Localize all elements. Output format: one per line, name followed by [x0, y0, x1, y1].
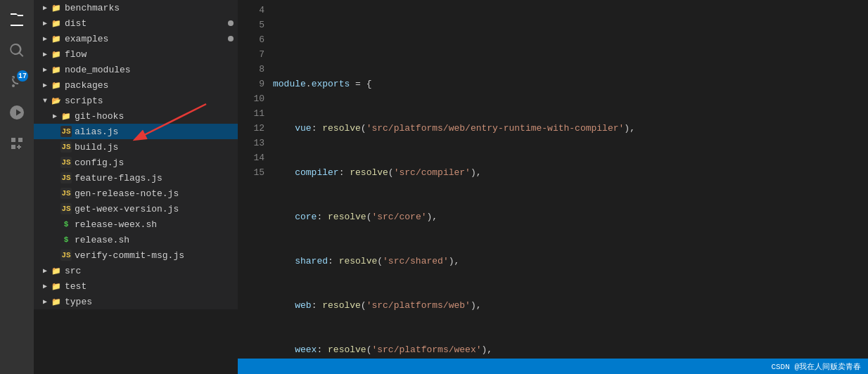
js-file-icon: JS — [60, 188, 72, 199]
sidebar-item-label: node_modules — [65, 65, 238, 75]
sidebar-item-verify-commit-msg-js[interactable]: ▶ JS verify-commit-msg.js — [34, 247, 238, 263]
sidebar-item-label: build.js — [75, 142, 238, 153]
expand-arrow: ▶ — [39, 280, 51, 292]
sidebar-item-build-js[interactable]: ▶ JS build.js — [34, 139, 238, 155]
js-file-icon: JS — [60, 141, 72, 153]
folder-icon: 📁 — [51, 33, 62, 44]
expand-arrow: ▶ — [39, 33, 51, 44]
sidebar-item-label: test — [65, 281, 238, 292]
source-control-icon[interactable]: 17 — [3, 67, 31, 96]
code-line-5: module.exports = { — [273, 77, 854, 91]
code-line-6: vue: resolve('src/platforms/web/entry-ru… — [273, 121, 854, 136]
editor: 4 5 6 7 8 9 10 11 12 13 14 15 module.exp… — [238, 0, 868, 374]
folder-icon: 📁 — [51, 49, 62, 60]
sidebar-item-label: alias.js — [75, 127, 238, 137]
folder-icon: 📁 — [51, 296, 62, 307]
code-line-9: shared: resolve('src/shared'), — [273, 254, 854, 269]
sidebar-item-scripts[interactable]: ▼ 📂 scripts — [34, 93, 238, 108]
folder-open-icon: 📂 — [51, 95, 62, 106]
sidebar-item-config-js[interactable]: ▶ JS config.js — [34, 155, 238, 170]
debug-icon[interactable] — [3, 98, 31, 127]
expand-arrow: ▶ — [49, 110, 60, 122]
code-line-11: weex: resolve('src/platforms/weex'), — [273, 342, 854, 357]
sidebar-item-label: dist — [65, 18, 228, 29]
expand-arrow: ▶ — [39, 296, 51, 307]
code-line-8: core: resolve('src/core'), — [273, 209, 854, 224]
sidebar-item-label: packages — [65, 80, 238, 91]
sidebar-item-dist[interactable]: ▶ 📁 dist — [34, 15, 238, 31]
sidebar-item-label: config.js — [75, 157, 238, 168]
code-content[interactable]: module.exports = { vue: resolve('src/pla… — [273, 3, 868, 359]
sidebar-item-types[interactable]: ▶ 📁 types — [34, 294, 238, 309]
expand-arrow: ▶ — [39, 18, 51, 29]
sidebar-item-label: git-hooks — [75, 111, 238, 122]
sidebar-item-gen-release-note-js[interactable]: ▶ JS gen-release-note.js — [34, 186, 238, 201]
expand-arrow: ▶ — [39, 64, 51, 75]
sidebar-item-label: release.sh — [75, 235, 238, 245]
sidebar-item-release-sh[interactable]: ▶ $ release.sh — [34, 232, 238, 247]
sidebar-item-label: examples — [65, 34, 228, 44]
sidebar-item-label: flow — [65, 49, 238, 60]
sidebar-item-release-weex-sh[interactable]: ▶ $ release-weex.sh — [34, 217, 238, 232]
sidebar-item-label: src — [65, 266, 238, 276]
modified-dot — [228, 36, 234, 41]
extensions-icon[interactable] — [3, 129, 31, 157]
status-text: CSDN @我在人间贩卖青春 — [771, 361, 861, 372]
expand-arrow: ▶ — [39, 49, 51, 60]
folder-icon: 📁 — [51, 2, 62, 13]
sidebar-item-benchmarks[interactable]: ▶ 📁 benchmarks — [34, 0, 238, 15]
sidebar-item-feature-flags-js[interactable]: ▶ JS feature-flags.js — [34, 170, 238, 186]
folder-icon: 📁 — [51, 79, 62, 91]
sidebar-item-label: get-weex-version.js — [75, 204, 238, 214]
expand-arrow: ▶ — [39, 265, 51, 276]
code-line-4 — [273, 32, 854, 47]
sidebar-item-label: types — [65, 297, 238, 307]
sidebar-item-examples[interactable]: ▶ 📁 examples — [34, 31, 238, 46]
folder-icon: 📁 — [60, 110, 72, 122]
sidebar-item-src[interactable]: ▶ 📁 src — [34, 263, 238, 278]
sidebar-wrapper: ▶ 📁 benchmarks ▶ 📁 dist ▶ 📁 examples ▶ 📁… — [34, 0, 238, 374]
expand-arrow: ▼ — [39, 95, 51, 106]
sidebar-item-label: feature-flags.js — [75, 173, 238, 183]
js-file-icon: JS — [60, 250, 72, 261]
sidebar-item-test[interactable]: ▶ 📁 test — [34, 278, 238, 294]
sidebar: ▶ 📁 benchmarks ▶ 📁 dist ▶ 📁 examples ▶ 📁… — [34, 0, 238, 309]
search-icon[interactable] — [3, 37, 31, 65]
files-icon[interactable] — [3, 6, 31, 34]
sidebar-item-label: verify-commit-msg.js — [75, 250, 238, 261]
shell-file-icon: $ — [60, 234, 72, 245]
folder-icon: 📁 — [51, 18, 62, 29]
expand-arrow: ▶ — [39, 79, 51, 91]
status-bar: CSDN @我在人间贩卖青春 — [238, 359, 868, 374]
modified-dot — [228, 20, 234, 26]
sidebar-item-label: scripts — [65, 96, 238, 106]
js-file-icon: JS — [60, 126, 72, 137]
folder-icon: 📁 — [51, 64, 62, 75]
sidebar-item-label: release-weex.sh — [75, 219, 238, 230]
sidebar-item-label: gen-release-note.js — [75, 188, 238, 199]
sidebar-item-label: benchmarks — [65, 3, 238, 13]
code-area: 4 5 6 7 8 9 10 11 12 13 14 15 module.exp… — [238, 0, 868, 359]
sidebar-item-flow[interactable]: ▶ 📁 flow — [34, 46, 238, 62]
line-numbers: 4 5 6 7 8 9 10 11 12 13 14 15 — [238, 3, 273, 359]
sidebar-item-node-modules[interactable]: ▶ 📁 node_modules — [34, 62, 238, 77]
shell-file-icon: $ — [60, 219, 72, 230]
code-line-7: compiler: resolve('src/compiler'), — [273, 165, 854, 180]
sidebar-item-git-hooks[interactable]: ▶ 📁 git-hooks — [34, 108, 238, 124]
sidebar-item-alias-js[interactable]: ▶ JS alias.js — [34, 124, 238, 139]
folder-icon: 📁 — [51, 280, 62, 292]
activity-bar: 17 — [0, 0, 34, 374]
sidebar-item-packages[interactable]: ▶ 📁 packages — [34, 77, 238, 93]
js-file-icon: JS — [60, 157, 72, 168]
js-file-icon: JS — [60, 172, 72, 183]
source-control-badge: 17 — [17, 70, 28, 82]
code-line-10: web: resolve('src/platforms/web'), — [273, 298, 854, 313]
folder-icon: 📁 — [51, 265, 62, 276]
expand-arrow: ▶ — [39, 2, 51, 13]
js-file-icon: JS — [60, 203, 72, 214]
sidebar-item-get-weex-version-js[interactable]: ▶ JS get-weex-version.js — [34, 201, 238, 217]
